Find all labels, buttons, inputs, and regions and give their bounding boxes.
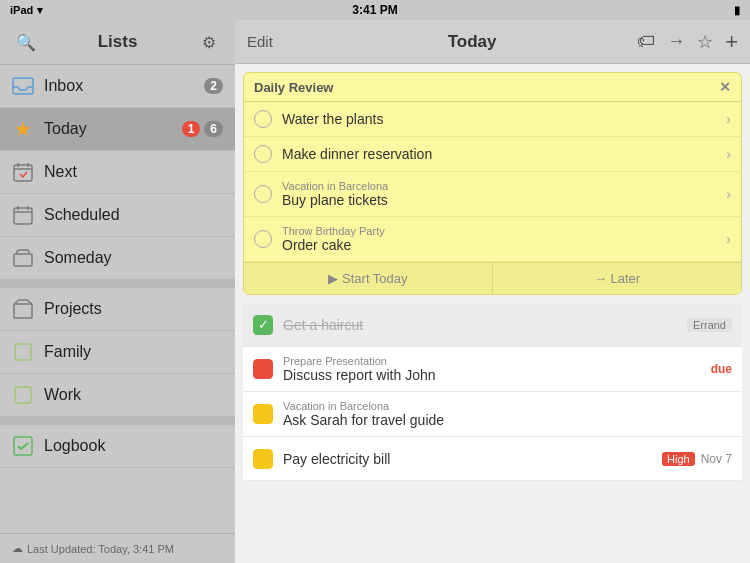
task-list: ✓ Get a haircut Errand Prepare Presentat…	[235, 303, 750, 563]
daily-review-close-button[interactable]: ✕	[719, 79, 731, 95]
task-title-presentation: Discuss report with John	[283, 367, 711, 383]
task-meta-haircut: Errand	[687, 318, 732, 332]
task-date-electricity: Nov 7	[701, 452, 732, 466]
today-badge-gray: 6	[204, 121, 223, 137]
sidebar-item-scheduled[interactable]: Scheduled	[0, 194, 235, 237]
carrier-label: iPad	[10, 4, 33, 16]
family-icon	[12, 341, 34, 363]
sidebar-title: Lists	[40, 32, 195, 52]
battery-icon: ▮	[734, 4, 740, 17]
task-title-haircut: Get a haircut	[283, 317, 363, 333]
task-item-travel[interactable]: Vacation in Barcelona Ask Sarah for trav…	[243, 392, 742, 437]
review-checkbox-0[interactable]	[254, 110, 272, 128]
last-updated-label: Last Updated: Today, 3:41 PM	[27, 543, 174, 555]
edit-button[interactable]: Edit	[247, 33, 307, 50]
review-checkbox-3[interactable]	[254, 230, 272, 248]
task-title-electricity: Pay electricity bill	[283, 451, 662, 467]
task-sub-travel: Vacation in Barcelona	[283, 400, 732, 412]
tag-button[interactable]: 🏷	[637, 31, 655, 52]
review-item-main-2: Buy plane tickets	[282, 192, 388, 208]
svg-rect-10	[14, 304, 32, 318]
review-item-text-1: Make dinner reservation	[282, 146, 726, 162]
work-label: Work	[44, 386, 223, 404]
family-label: Family	[44, 343, 223, 361]
section-divider-1	[0, 280, 235, 288]
someday-icon	[12, 247, 34, 269]
next-icon	[12, 161, 34, 183]
gear-icon: ⚙	[202, 33, 216, 52]
task-item-presentation[interactable]: Prepare Presentation Discuss report with…	[243, 347, 742, 392]
svg-rect-1	[14, 165, 32, 181]
later-button[interactable]: → Later	[493, 263, 741, 294]
settings-button[interactable]: ⚙	[195, 28, 223, 56]
review-item-3[interactable]: Throw Birthday Party Order cake ›	[244, 217, 741, 262]
main-content: Edit Today 🏷 → ☆ + Daily Review ✕ Water …	[235, 20, 750, 563]
task-meta-electricity: High Nov 7	[662, 452, 732, 466]
sidebar-item-projects[interactable]: Projects	[0, 288, 235, 331]
next-label: Next	[44, 163, 223, 181]
work-icon	[12, 384, 34, 406]
svg-rect-9	[14, 254, 32, 266]
review-item-sub-3: Throw Birthday Party	[282, 225, 726, 237]
daily-review-title: Daily Review	[254, 80, 334, 95]
add-button[interactable]: +	[725, 29, 738, 55]
task-checkbox-presentation[interactable]	[253, 359, 273, 379]
sidebar-item-today[interactable]: ★ Today 1 6	[0, 108, 235, 151]
review-checkbox-1[interactable]	[254, 145, 272, 163]
task-content-presentation: Prepare Presentation Discuss report with…	[283, 355, 711, 383]
task-content-travel: Vacation in Barcelona Ask Sarah for trav…	[283, 400, 732, 428]
star-button[interactable]: ☆	[697, 31, 713, 53]
review-item-text-3: Throw Birthday Party Order cake	[282, 225, 726, 253]
daily-review-header: Daily Review ✕	[244, 73, 741, 102]
sidebar-items: Inbox 2 ★ Today 1 6 Next	[0, 65, 235, 533]
inbox-badge: 2	[204, 78, 223, 94]
review-chevron-3: ›	[726, 231, 731, 247]
scheduled-icon	[12, 204, 34, 226]
main-layout: 🔍 Lists ⚙ Inbox 2 ★ Today 1	[0, 20, 750, 563]
task-meta-presentation: due	[711, 362, 732, 376]
search-button[interactable]: 🔍	[12, 28, 40, 56]
review-item-text-0: Water the plants	[282, 111, 726, 127]
sidebar-item-next[interactable]: Next	[0, 151, 235, 194]
review-item-0[interactable]: Water the plants ›	[244, 102, 741, 137]
today-label: Today	[44, 120, 178, 138]
nav-actions: 🏷 → ☆ +	[637, 29, 738, 55]
forward-button[interactable]: →	[667, 31, 685, 52]
logbook-label: Logbook	[44, 437, 223, 455]
logbook-icon	[12, 435, 34, 457]
status-right: ▮	[734, 4, 740, 17]
nav-title: Today	[307, 32, 637, 52]
task-title-travel: Ask Sarah for travel guide	[283, 412, 732, 428]
task-checkbox-haircut[interactable]: ✓	[253, 315, 273, 335]
nav-bar: Edit Today 🏷 → ☆ +	[235, 20, 750, 64]
inbox-icon	[12, 75, 34, 97]
review-item-2[interactable]: Vacation in Barcelona Buy plane tickets …	[244, 172, 741, 217]
sidebar-item-work[interactable]: Work	[0, 374, 235, 417]
sidebar-header: 🔍 Lists ⚙	[0, 20, 235, 65]
task-item-electricity[interactable]: Pay electricity bill High Nov 7	[243, 437, 742, 481]
sidebar-item-inbox[interactable]: Inbox 2	[0, 65, 235, 108]
sidebar-item-family[interactable]: Family	[0, 331, 235, 374]
inbox-label: Inbox	[44, 77, 200, 95]
sidebar-footer: ☁ Last Updated: Today, 3:41 PM	[0, 533, 235, 563]
task-item-haircut[interactable]: ✓ Get a haircut Errand	[243, 303, 742, 347]
task-tag-haircut: Errand	[687, 318, 732, 332]
review-checkbox-2[interactable]	[254, 185, 272, 203]
search-icon: 🔍	[16, 33, 36, 52]
sidebar-item-someday[interactable]: Someday	[0, 237, 235, 280]
review-chevron-1: ›	[726, 146, 731, 162]
daily-review-buttons: ▶ Start Today → Later	[244, 262, 741, 294]
projects-icon	[12, 298, 34, 320]
svg-rect-11	[15, 344, 31, 360]
task-sub-presentation: Prepare Presentation	[283, 355, 711, 367]
start-today-button[interactable]: ▶ Start Today	[244, 263, 493, 294]
review-item-1[interactable]: Make dinner reservation ›	[244, 137, 741, 172]
task-priority-electricity: High	[662, 452, 695, 466]
sidebar-item-logbook[interactable]: Logbook	[0, 425, 235, 468]
review-item-sub-2: Vacation in Barcelona	[282, 180, 726, 192]
review-item-main-3: Order cake	[282, 237, 351, 253]
daily-review-panel: Daily Review ✕ Water the plants › Make d…	[243, 72, 742, 295]
task-checkbox-electricity[interactable]	[253, 449, 273, 469]
task-checkbox-travel[interactable]	[253, 404, 273, 424]
status-bar: iPad ▾ 3:41 PM ▮	[0, 0, 750, 20]
